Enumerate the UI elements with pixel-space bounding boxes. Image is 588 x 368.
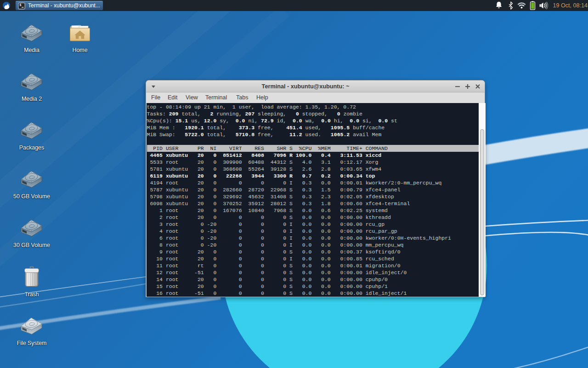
svg-text:$: $ (19, 3, 21, 7)
